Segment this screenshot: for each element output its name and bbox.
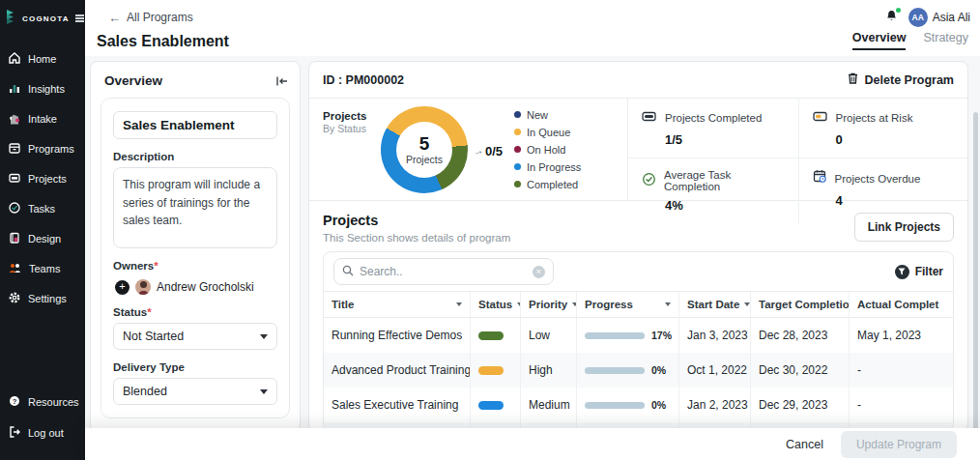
- sidebar-item-settings[interactable]: Settings: [0, 285, 85, 312]
- search-input[interactable]: [360, 265, 527, 278]
- projects-section-header: Projects This Section shows details of p…: [309, 201, 967, 251]
- table-row[interactable]: Sales Executive Training Medium 0% Jan 2…: [324, 388, 953, 422]
- program-name-field[interactable]: Sales Enablement: [113, 111, 277, 139]
- calendar-clock-icon: [813, 169, 827, 187]
- legend-dot: [514, 129, 521, 135]
- sort-caret-icon[interactable]: [744, 302, 750, 306]
- trash-icon: [847, 72, 859, 88]
- status-label: Status*: [113, 306, 277, 318]
- menu-toggle-icon[interactable]: [73, 13, 86, 24]
- status-badge: [478, 401, 504, 410]
- sidebar-item-home[interactable]: Home: [0, 45, 85, 72]
- delete-program-button[interactable]: Delete Program: [847, 72, 954, 88]
- column-header-status[interactable]: Status: [471, 291, 521, 318]
- sidebar-item-label: Intake: [28, 113, 57, 125]
- svg-text:?: ?: [13, 397, 17, 406]
- projects-section-title: Projects: [323, 213, 510, 228]
- column-header-title[interactable]: Title: [324, 291, 471, 318]
- stats-grid: Projects Completed 1/5 Projects at Risk …: [628, 99, 967, 200]
- page-title: Sales Enablement: [97, 33, 229, 50]
- chart-title: Projects: [323, 110, 377, 122]
- cell-target-date: Dec 28, 2023: [751, 318, 850, 353]
- update-program-button[interactable]: Update Program: [841, 431, 957, 458]
- cell-start-date: Oct 1, 2022: [679, 353, 751, 388]
- cell-actual-date: -: [850, 388, 953, 422]
- sidebar-item-label: Insights: [28, 83, 65, 95]
- cell-title: Advanced Product Training: [324, 353, 471, 388]
- projects-table: × Filter Title Status Priority Progress …: [323, 251, 954, 431]
- cell-target-date: Dec 29, 2023: [751, 388, 850, 422]
- tasks-icon: [8, 201, 21, 216]
- teams-icon: [8, 261, 22, 276]
- cell-target-date: Dec 30, 2022: [751, 353, 850, 388]
- user-name: Asia Ali: [933, 11, 970, 24]
- delivery-type-select[interactable]: Blended: [113, 378, 277, 405]
- breadcrumb-label[interactable]: All Programs: [127, 11, 193, 24]
- donut-center-value: 5: [419, 134, 430, 153]
- cell-start-date: Jan 3, 2023: [679, 318, 751, 353]
- collapse-panel-icon[interactable]: [275, 75, 288, 87]
- overview-panel-title: Overview: [104, 73, 162, 88]
- sort-caret-icon[interactable]: [665, 302, 671, 306]
- description-field[interactable]: This program will include a series of tr…: [113, 167, 277, 248]
- insights-icon: [8, 81, 21, 97]
- filter-button[interactable]: Filter: [895, 265, 943, 279]
- table-row[interactable]: Advanced Product Training High 0% Oct 1,…: [324, 353, 953, 388]
- tab-strategy[interactable]: Strategy: [923, 31, 968, 50]
- column-header-priority[interactable]: Priority: [521, 291, 577, 318]
- sidebar-item-programs[interactable]: Programs: [0, 135, 85, 162]
- content-area: Overview Sales Enablement Description Th…: [85, 56, 980, 460]
- column-header-target-date[interactable]: Target Completion Date: [751, 291, 850, 318]
- user-avatar[interactable]: AA: [908, 8, 928, 27]
- program-detail-card: ID : PM000002 Delete Program Projects By…: [308, 61, 968, 432]
- sidebar-footer: ? Resources Log out: [0, 388, 85, 460]
- tab-overview[interactable]: Overview: [852, 31, 907, 50]
- sidebar-item-teams[interactable]: Teams: [0, 255, 85, 282]
- status-badge: [478, 331, 504, 340]
- search-box[interactable]: ×: [333, 258, 554, 285]
- sidebar-item-tasks[interactable]: Tasks: [0, 195, 85, 222]
- table-header-row: Title Status Priority Progress Start Dat…: [324, 291, 953, 318]
- sidebar-item-label: Design: [28, 233, 61, 244]
- status-chart-area: Projects By Status 5 Projects → 0/5: [309, 99, 628, 200]
- cognota-logo-icon: [6, 9, 18, 28]
- delivery-type-value: Blended: [123, 385, 167, 398]
- notifications-bell-icon[interactable]: [884, 9, 899, 27]
- app-window: COGNOTA Home Insights Intake Programs: [0, 0, 980, 460]
- cancel-button[interactable]: Cancel: [786, 438, 823, 451]
- footer-action-bar: Cancel Update Program: [85, 428, 980, 460]
- cell-actual-date: -: [850, 353, 953, 388]
- sidebar-item-label: Settings: [28, 293, 67, 304]
- program-summary-row: Projects By Status 5 Projects → 0/5: [309, 99, 967, 201]
- back-arrow-icon[interactable]: ←: [108, 11, 121, 25]
- add-owner-button[interactable]: +: [115, 280, 130, 295]
- vertical-scrollbar[interactable]: [973, 112, 978, 460]
- legend-item: In Progress: [514, 161, 581, 173]
- status-select[interactable]: Not Started: [113, 323, 277, 350]
- sidebar-item-insights[interactable]: Insights: [0, 75, 85, 102]
- column-header-start-date[interactable]: Start Date: [679, 291, 751, 318]
- sidebar-item-projects[interactable]: Projects: [0, 165, 85, 192]
- table-row[interactable]: Running Effective Demos Low 17% Jan 3, 2…: [324, 318, 953, 353]
- donut-center-label: Projects: [406, 154, 443, 165]
- user-menu[interactable]: AA Asia Ali: [908, 8, 970, 27]
- search-icon: [342, 263, 354, 280]
- programs-icon: [8, 141, 21, 157]
- chevron-down-icon: [260, 334, 268, 339]
- breadcrumb[interactable]: ← All Programs: [108, 11, 193, 25]
- sort-caret-icon[interactable]: [456, 302, 462, 306]
- cell-priority: High: [521, 353, 577, 388]
- column-header-actual-date[interactable]: Actual Complet: [850, 291, 953, 318]
- sidebar-item-label: Teams: [29, 263, 60, 274]
- sidebar-item-design[interactable]: Design: [0, 225, 85, 252]
- legend-item: In Queue: [514, 127, 581, 138]
- projects-icon: [8, 171, 21, 187]
- progress-bar: 0%: [585, 399, 666, 411]
- column-header-progress[interactable]: Progress: [577, 291, 679, 318]
- sidebar-item-intake[interactable]: Intake: [0, 105, 85, 132]
- overview-panel: Overview Sales Enablement Description Th…: [90, 61, 301, 432]
- link-projects-button[interactable]: Link Projects: [854, 213, 954, 242]
- sidebar-item-resources[interactable]: ? Resources: [0, 388, 85, 416]
- clear-search-icon[interactable]: ×: [533, 266, 545, 278]
- sidebar-item-logout[interactable]: Log out: [0, 419, 85, 446]
